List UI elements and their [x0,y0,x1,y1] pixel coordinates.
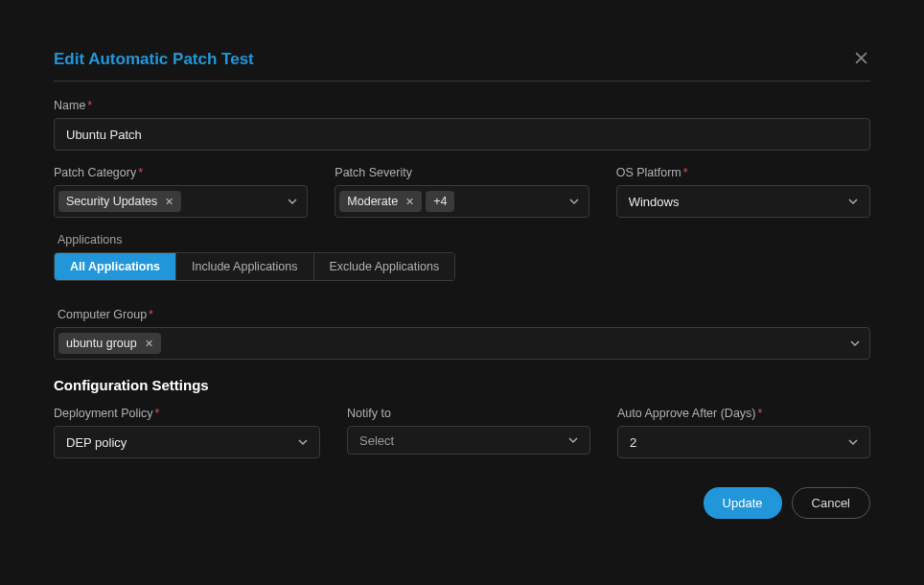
auto-approve-value: 2 [630,435,636,450]
os-platform-select[interactable]: Windows [616,185,870,218]
patch-severity-select[interactable]: Moderate ✕ +4 [335,185,589,218]
tab-all-applications[interactable]: All Applications [55,253,176,280]
category-severity-platform-row: Patch Category* Security Updates ✕ Patch… [54,166,870,233]
computer-group-group: Computer Group* ubuntu group ✕ [54,308,870,360]
notify-to-value: Select [359,433,394,448]
patch-severity-group: Patch Severity Moderate ✕ +4 [335,166,589,218]
auto-approve-label: Auto Approve After (Days)* [617,407,870,420]
applications-label: Applications [54,233,870,246]
applications-tabs: All Applications Include Applications Ex… [54,252,455,281]
chevron-down-icon [569,197,579,206]
severity-more-count: +4 [426,191,454,212]
edit-patch-modal: Edit Automatic Patch Test Name* Patch Ca… [0,0,924,519]
name-input[interactable] [54,118,870,151]
action-bar: Update Cancel [54,487,870,519]
chevron-down-icon [848,197,858,206]
os-platform-group: OS Platform* Windows [616,166,870,218]
chevron-down-icon [568,435,578,445]
os-platform-label: OS Platform* [616,166,870,179]
chevron-down-icon [298,437,308,447]
name-field-group: Name* [54,99,870,151]
remove-tag-icon[interactable]: ✕ [405,196,414,208]
tab-include-applications[interactable]: Include Applications [176,253,314,280]
config-row: Deployment Policy* DEP policy Notify to … [54,407,870,458]
deployment-policy-label: Deployment Policy* [54,407,320,420]
deployment-policy-group: Deployment Policy* DEP policy [54,407,320,458]
chevron-down-icon [850,339,860,348]
tab-exclude-applications[interactable]: Exclude Applications [314,253,455,280]
remove-tag-icon[interactable]: ✕ [165,196,173,208]
computer-group-tag: ubuntu group ✕ [58,333,161,354]
patch-category-tag-text: Security Updates [66,195,157,208]
auto-approve-select[interactable]: 2 [617,426,870,458]
config-section-title: Configuration Settings [54,377,870,393]
computer-group-label: Computer Group* [54,308,870,321]
os-platform-value: Windows [629,195,680,209]
patch-severity-tag: Moderate ✕ [339,191,422,212]
patch-category-label: Patch Category* [54,166,308,179]
patch-category-select[interactable]: Security Updates ✕ [54,185,308,218]
patch-severity-tag-text: Moderate [347,195,398,208]
modal-title: Edit Automatic Patch Test [54,50,254,69]
name-label: Name* [54,99,870,112]
notify-to-label: Notify to [347,407,590,420]
close-button[interactable] [851,51,870,68]
remove-tag-icon[interactable]: ✕ [145,338,153,350]
patch-severity-label: Patch Severity [335,166,589,179]
computer-group-tag-text: ubuntu group [66,337,137,350]
notify-to-group: Notify to Select [347,407,590,458]
update-button[interactable]: Update [704,487,782,519]
modal-header: Edit Automatic Patch Test [54,50,870,82]
notify-to-select[interactable]: Select [347,426,590,455]
chevron-down-icon [848,437,858,447]
chevron-down-icon [288,197,297,206]
deployment-policy-select[interactable]: DEP policy [54,426,320,458]
close-icon [855,52,867,64]
cancel-button[interactable]: Cancel [792,487,870,519]
patch-category-group: Patch Category* Security Updates ✕ [54,166,308,218]
applications-group: Applications All Applications Include Ap… [54,233,870,292]
patch-category-tag: Security Updates ✕ [58,191,181,212]
computer-group-select[interactable]: ubuntu group ✕ [54,327,870,360]
auto-approve-group: Auto Approve After (Days)* 2 [617,407,870,458]
deployment-policy-value: DEP policy [66,435,127,450]
